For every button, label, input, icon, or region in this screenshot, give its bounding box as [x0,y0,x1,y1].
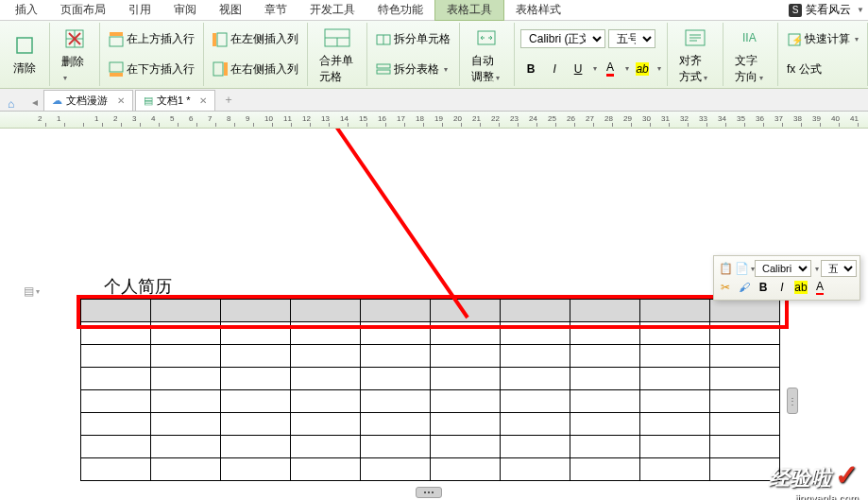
formula-button[interactable]: fx 公式 [784,60,861,79]
copy-icon[interactable]: 📋 [717,260,734,277]
text-direction-button[interactable]: IIA 文字方向▾ [729,21,772,89]
add-tab-button[interactable]: ＋ [217,89,240,111]
split-cells-icon [376,32,391,47]
fast-calc-button[interactable]: ⚡快速计算▾ [784,29,861,49]
tab2-close-icon[interactable]: ✕ [199,95,207,106]
user-label[interactable]: 笑看风云 [806,2,851,18]
tab1-close-icon[interactable]: ✕ [117,95,125,106]
tab-doc-roam[interactable]: ☁ 文档漫游 ✕ [43,90,133,111]
tab1-label: 文档漫游 [66,94,108,108]
merge-label: 合并单元格 [319,53,355,85]
svg-rect-10 [217,33,227,46]
user-dropdown-icon[interactable]: ▼ [857,6,864,14]
font-name-select[interactable]: Calibri (正文) [520,29,605,48]
svg-rect-19 [377,64,390,68]
svg-text:⚡: ⚡ [791,34,804,46]
document-area: ▤ ▾ 个人简历 ⋮ ⋯ 📋 📄▾ Calibri (正▾ 五号 ✂ 🖌 B I [0,129,868,500]
row-above-icon [109,32,124,47]
watermark-url: jingyanla.com [795,492,859,500]
svg-rect-13 [224,62,228,76]
mini-italic-button[interactable]: I [774,279,791,296]
table-row [81,436,780,458]
align-icon [682,25,708,51]
svg-line-29 [305,129,468,318]
ribbon: 清除 删除▾ 在上方插入行 在下方插入行 在左侧插入列 在右侧插入列 合并单元格… [0,21,868,89]
row-below-icon [109,61,124,77]
auto-fit-button[interactable]: 自动调整▾ [466,21,508,89]
split-table-button[interactable]: 拆分表格▾ [373,60,453,79]
delete-button[interactable]: 删除▾ [56,22,94,87]
tab2-label: 文档1 * [157,94,190,108]
insert-col-right-button[interactable]: 在右侧插入列 [210,60,301,79]
document-title[interactable]: 个人简历 [104,275,172,298]
table-resize-right-handle[interactable]: ⋮ [787,388,798,414]
format-painter-icon[interactable]: 🖌 [736,279,753,296]
menu-table-style[interactable]: 表格样式 [504,0,572,20]
mini-font-select[interactable]: Calibri (正 [755,260,811,277]
bold-button[interactable]: B [520,59,541,79]
user-badge-icon: S [789,4,802,17]
cloud-icon: ☁ [52,95,62,107]
home-icon[interactable]: ⌂ [8,97,21,111]
merge-cells-button[interactable]: 合并单元格 [314,21,361,89]
svg-rect-11 [213,33,216,46]
table-resize-bottom-handle[interactable]: ⋯ [416,487,442,498]
paste-icon[interactable]: 📄▾ [736,260,753,277]
insert-above-label: 在上方插入行 [127,31,195,47]
mini-font-color-button[interactable]: A [811,279,828,296]
col-right-icon [213,61,228,77]
menu-devtools[interactable]: 开发工具 [298,0,366,20]
insert-row-below-button[interactable]: 在下方插入行 [106,60,197,79]
insert-right-label: 在右侧插入列 [230,61,298,78]
mini-size-select[interactable]: 五号 [821,260,857,277]
split-cells-button[interactable]: 拆分单元格 [373,29,453,49]
menu-insert[interactable]: 插入 [4,0,49,20]
font-color-button[interactable]: A [600,59,621,79]
text-direction-icon: IIA [737,25,763,51]
col-left-icon [213,32,228,47]
align-label: 对齐方式▾ [679,53,710,85]
table-row [81,300,780,322]
underline-button[interactable]: U [568,59,588,79]
highlight-dropdown[interactable]: ▾ [657,64,661,73]
square-icon [11,32,38,59]
paragraph-marker-icon[interactable]: ▤ ▾ [24,284,40,298]
autofit-label: 自动调整▾ [471,53,502,85]
split-table-icon [376,61,391,77]
watermark: 经验啦 ✓ jingyanla.com [769,458,859,492]
text-dir-label: 文字方向▾ [735,53,766,85]
svg-rect-0 [17,38,32,53]
clear-button[interactable]: 清除 [6,28,43,80]
highlight-button[interactable]: ab [632,59,653,79]
menu-page-layout[interactable]: 页面布局 [49,0,117,20]
menu-chapter[interactable]: 章节 [253,0,298,20]
menu-references[interactable]: 引用 [117,0,162,20]
tab-prev-icon[interactable]: ◂ [26,94,43,111]
italic-button[interactable]: I [544,59,565,79]
svg-rect-7 [110,32,123,36]
watermark-text: 经验啦 [769,464,831,492]
menu-view[interactable]: 视图 [208,0,253,20]
mini-bold-button[interactable]: B [755,279,772,296]
autofit-icon [473,25,500,51]
tab-doc1[interactable]: ▤ 文档1 * ✕ [135,90,215,111]
insert-col-left-button[interactable]: 在左侧插入列 [210,29,301,49]
font-color-dropdown[interactable]: ▾ [625,64,629,73]
split-table-label: 拆分表格 [394,61,439,78]
underline-dropdown[interactable]: ▾ [593,64,597,73]
insert-left-label: 在左侧插入列 [230,31,298,47]
mini-highlight-button[interactable]: ab [792,279,809,296]
align-button[interactable]: 对齐方式▾ [673,21,716,89]
cut-icon[interactable]: ✂ [717,279,734,296]
table-row [81,368,780,390]
insert-below-label: 在下方插入行 [127,61,195,78]
document-table[interactable] [80,299,780,481]
split-cells-label: 拆分单元格 [394,31,451,47]
font-size-select[interactable]: 五号 [608,29,655,48]
insert-row-above-button[interactable]: 在上方插入行 [106,29,197,49]
menu-special[interactable]: 特色功能 [366,0,434,20]
ruler[interactable]: 2112345678910111213141516171819202122232… [0,112,868,129]
menu-table-tools[interactable]: 表格工具 [434,0,504,21]
check-icon: ✓ [835,458,859,491]
menu-review[interactable]: 审阅 [162,0,208,20]
